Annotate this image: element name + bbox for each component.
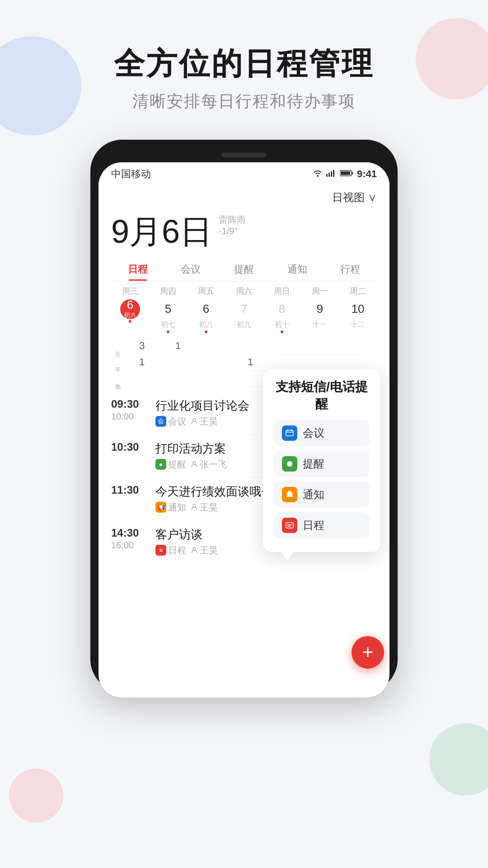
event-cell-5-2: - bbox=[268, 354, 305, 371]
day-number-5: 5 bbox=[158, 299, 178, 319]
schedule-time-1030: 10:30 bbox=[111, 441, 152, 453]
week-calendar: 周三 周四 周五 周六 周日 周一 周二 6 bbox=[111, 286, 377, 333]
tab-reminder[interactable]: 提醒 bbox=[217, 258, 271, 281]
tooltip-btn-notification[interactable]: 通知 bbox=[274, 481, 370, 508]
phone-notch bbox=[221, 153, 267, 157]
phone-notch-bar bbox=[99, 148, 389, 162]
week-day-6[interactable]: 6 初八 bbox=[111, 299, 149, 333]
event-cell-6-1: - bbox=[305, 338, 341, 354]
event-cell-2-1: 1 bbox=[160, 338, 196, 354]
tabs-bar: 日程 会议 提醒 通知 行程 bbox=[111, 258, 377, 281]
week-day-10[interactable]: 10 十二 bbox=[339, 299, 377, 333]
schedule-time-1130: 11:30 bbox=[111, 484, 152, 496]
tag-icon-1030: ● bbox=[155, 459, 166, 470]
event-cell-1-2: 1 bbox=[124, 354, 160, 371]
svg-rect-3 bbox=[333, 170, 334, 177]
svg-rect-0 bbox=[326, 174, 328, 177]
svg-rect-15 bbox=[286, 523, 293, 528]
phone-mockup: 中国移动 9:41 日视图 ∨ bbox=[90, 140, 398, 691]
event-cell-2-3: - bbox=[160, 371, 196, 387]
week-day-8[interactable]: 8 初十 bbox=[263, 299, 301, 333]
hero-title: 全方位的日程管理 bbox=[0, 45, 488, 82]
person-name-1130: 王昊 bbox=[200, 501, 218, 514]
date-display: 9月6日 bbox=[111, 210, 212, 254]
event-cell-7-2: - bbox=[341, 354, 377, 371]
svg-rect-1 bbox=[328, 173, 330, 177]
svg-rect-11 bbox=[286, 430, 293, 436]
tooltip-btn-label-schedule: 日程 bbox=[303, 518, 324, 533]
view-selector[interactable]: 日视图 ∨ bbox=[111, 186, 377, 208]
time-main-1130: 11:30 bbox=[111, 484, 152, 496]
tag-person-1030: 张一飞 bbox=[191, 458, 227, 471]
week-days-header: 周三 周四 周五 周六 周日 周一 周二 bbox=[111, 286, 377, 297]
event-col-3: - - - bbox=[196, 338, 232, 387]
day-number-8: 8 bbox=[272, 299, 292, 319]
tooltip-btn-schedule[interactable]: 日程 bbox=[274, 512, 370, 538]
week-day-fri[interactable]: 6 初八 bbox=[187, 299, 225, 333]
event-cell-6-2: - bbox=[305, 354, 341, 371]
period-evening: 晚上 bbox=[111, 371, 124, 387]
hero-subtitle: 清晰安排每日行程和待办事项 bbox=[0, 90, 488, 113]
tooltip-arrow bbox=[281, 552, 294, 560]
svg-point-8 bbox=[193, 462, 196, 464]
tag-person-1430: 王昊 bbox=[191, 544, 218, 557]
svg-rect-6 bbox=[352, 172, 353, 175]
time-main-1430: 14:30 bbox=[111, 527, 152, 539]
event-grid-periods: 上午 下午 晚上 bbox=[111, 338, 124, 387]
tab-meeting[interactable]: 会议 bbox=[164, 258, 218, 281]
tooltip-btn-label-meeting: 会议 bbox=[303, 426, 324, 440]
person-name-0930: 王昊 bbox=[200, 415, 218, 428]
event-cell-4-1: - bbox=[232, 338, 268, 354]
day-label-sat: 周六 bbox=[225, 286, 263, 297]
phone-screen: 中国移动 9:41 日视图 ∨ bbox=[99, 162, 389, 698]
tag-label-0930: 会议 bbox=[168, 415, 186, 428]
svg-point-10 bbox=[193, 547, 196, 550]
day-lunar-7: 初九 bbox=[237, 320, 251, 330]
tooltip-btn-reminder[interactable]: 提醒 bbox=[274, 451, 370, 477]
date-day: 9月6日 bbox=[111, 213, 212, 250]
day-label-tue: 周二 bbox=[339, 286, 377, 297]
svg-point-7 bbox=[193, 419, 196, 421]
svg-rect-13 bbox=[291, 429, 292, 431]
time-end-1430: 16:00 bbox=[111, 540, 152, 551]
fab-plus-icon: + bbox=[362, 643, 374, 662]
tooltip-popup: 支持短信/电话提醒 会议 提醒 通知 bbox=[263, 369, 380, 552]
day-number-6: 6 初八 bbox=[120, 299, 140, 319]
meta-tag-1130: 📢 通知 bbox=[155, 501, 186, 514]
week-day-5[interactable]: 5 初七 bbox=[149, 299, 187, 333]
tooltip-btn-icon-reminder bbox=[282, 456, 297, 472]
bg-circle-green bbox=[429, 723, 488, 796]
event-cell-7-1: - bbox=[341, 338, 377, 354]
schedule-time-1430: 14:30 16:00 bbox=[111, 527, 152, 551]
tab-notification[interactable]: 通知 bbox=[271, 258, 324, 281]
week-days-numbers: 6 初八 5 初七 bbox=[111, 299, 377, 333]
tooltip-btn-icon-notification bbox=[282, 487, 297, 502]
tooltip-btn-icon-meeting bbox=[282, 425, 297, 441]
tooltip-btn-meeting[interactable]: 会议 bbox=[274, 420, 370, 446]
meta-tag-1030: ● 提醒 bbox=[155, 458, 186, 471]
time-main-0930: 09:30 bbox=[111, 398, 152, 410]
tab-schedule[interactable]: 日程 bbox=[111, 258, 164, 281]
hero-section: 全方位的日程管理 清晰安排每日行程和待办事项 bbox=[0, 0, 488, 113]
event-cell-3-2: - bbox=[196, 354, 232, 371]
fab-add-button[interactable]: + bbox=[352, 636, 384, 669]
event-cell-5-1: - bbox=[268, 338, 305, 354]
date-header: 9月6日 雷阵雨 -1/9° bbox=[111, 208, 377, 258]
status-carrier: 中国移动 bbox=[111, 167, 151, 181]
tab-itinerary[interactable]: 行程 bbox=[324, 258, 377, 281]
day-dot-fri bbox=[205, 330, 207, 333]
status-time: 9:41 bbox=[357, 168, 377, 180]
svg-point-14 bbox=[287, 461, 292, 467]
week-day-9[interactable]: 9 十一 bbox=[301, 299, 339, 333]
svg-rect-12 bbox=[287, 429, 288, 431]
day-dot-8 bbox=[281, 330, 283, 333]
svg-rect-5 bbox=[341, 171, 350, 175]
tag-icon-1430: ≡ bbox=[155, 545, 166, 556]
tooltip-title: 支持短信/电话提醒 bbox=[274, 378, 370, 413]
tooltip-btn-label-reminder: 提醒 bbox=[303, 457, 324, 471]
day-lunar-9: 十一 bbox=[313, 320, 327, 330]
week-day-7[interactable]: 7 初九 bbox=[225, 299, 263, 333]
event-cell-3-1: - bbox=[196, 338, 232, 354]
tag-person-1130: 王昊 bbox=[191, 501, 218, 514]
day-dot-6 bbox=[129, 320, 131, 323]
